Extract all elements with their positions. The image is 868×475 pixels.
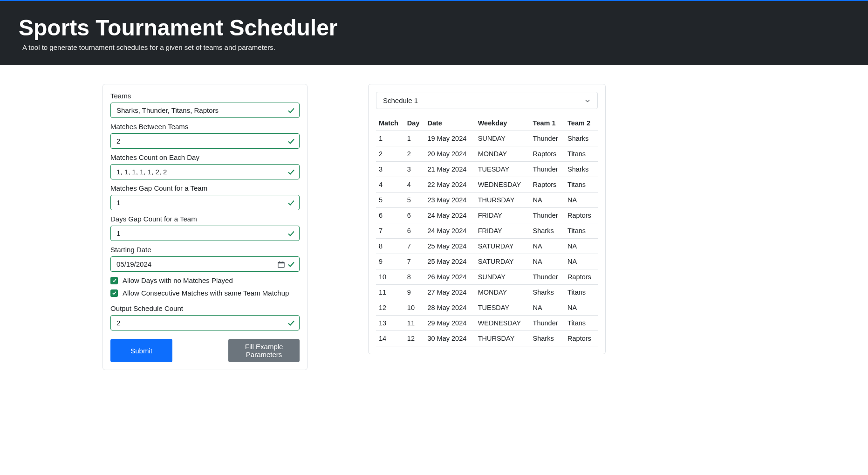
cell-weekday: MONDAY	[475, 285, 530, 300]
cell-date: 28 May 2024	[424, 300, 475, 316]
output-count-label: Output Schedule Count	[110, 304, 300, 312]
cell-team2: Titans	[565, 316, 598, 331]
schedule-panel: Schedule 1 Match Day Date Weekday Team 1…	[368, 84, 606, 354]
table-row: 121028 May 2024TUESDAYNANA	[376, 300, 598, 316]
allow-no-matches-label: Allow Days with no Matches Played	[123, 276, 233, 284]
cell-match: 5	[376, 193, 404, 208]
table-row: 9725 May 2024SATURDAYNANA	[376, 254, 598, 269]
cell-team2: NA	[565, 193, 598, 208]
schedule-table: Match Day Date Weekday Team 1 Team 2 111…	[376, 116, 598, 346]
page-title: Sports Tournament Scheduler	[19, 15, 849, 41]
cell-match: 9	[376, 254, 404, 269]
cell-weekday: SATURDAY	[475, 254, 530, 269]
cell-day: 5	[404, 193, 425, 208]
cell-day: 12	[404, 331, 425, 346]
col-day: Day	[404, 116, 425, 131]
cell-date: 21 May 2024	[424, 162, 475, 177]
cell-date: 30 May 2024	[424, 331, 475, 346]
cell-team1: Thunder	[530, 208, 565, 223]
matches-between-input[interactable]	[110, 133, 300, 149]
cell-team1: Thunder	[530, 269, 565, 285]
cell-weekday: THURSDAY	[475, 193, 530, 208]
table-row: 3321 May 2024TUESDAYThunderSharks	[376, 162, 598, 177]
cell-match: 14	[376, 331, 404, 346]
cell-day: 6	[404, 223, 425, 239]
matches-count-input[interactable]	[110, 164, 300, 179]
parameters-form: Teams Matches Between Teams Matches Coun…	[103, 84, 308, 370]
cell-team1: Thunder	[530, 316, 565, 331]
teams-input[interactable]	[110, 103, 300, 118]
cell-team1: NA	[530, 239, 565, 254]
allow-consecutive-label: Allow Consecutive Matches with same Team…	[123, 289, 289, 297]
cell-day: 1	[404, 131, 425, 146]
cell-match: 1	[376, 131, 404, 146]
matches-count-label: Matches Count on Each Day	[110, 153, 300, 161]
cell-day: 9	[404, 285, 425, 300]
table-row: 11927 May 2024MONDAYSharksTitans	[376, 285, 598, 300]
cell-day: 3	[404, 162, 425, 177]
cell-date: 25 May 2024	[424, 254, 475, 269]
cell-team2: Titans	[565, 223, 598, 239]
cell-day: 6	[404, 208, 425, 223]
matches-gap-input[interactable]	[110, 195, 300, 210]
submit-button[interactable]: Submit	[110, 339, 172, 362]
cell-date: 23 May 2024	[424, 193, 475, 208]
allow-consecutive-checkbox[interactable]	[110, 289, 118, 297]
cell-date: 26 May 2024	[424, 269, 475, 285]
page-subtitle: A tool to generate tournament schedules …	[22, 43, 849, 51]
cell-match: 7	[376, 223, 404, 239]
cell-match: 10	[376, 269, 404, 285]
table-row: 131129 May 2024WEDNESDAYThunderTitans	[376, 316, 598, 331]
cell-team1: Sharks	[530, 285, 565, 300]
cell-team2: Raptors	[565, 331, 598, 346]
cell-day: 8	[404, 269, 425, 285]
cell-day: 7	[404, 254, 425, 269]
cell-team1: Sharks	[530, 223, 565, 239]
cell-date: 27 May 2024	[424, 285, 475, 300]
days-gap-label: Days Gap Count for a Team	[110, 215, 300, 223]
cell-match: 8	[376, 239, 404, 254]
cell-weekday: FRIDAY	[475, 223, 530, 239]
col-date: Date	[424, 116, 475, 131]
table-row: 10826 May 2024SUNDAYThunderRaptors	[376, 269, 598, 285]
table-row: 7624 May 2024FRIDAYSharksTitans	[376, 223, 598, 239]
table-row: 5523 May 2024THURSDAYNANA	[376, 193, 598, 208]
output-count-input[interactable]	[110, 315, 300, 330]
allow-no-matches-checkbox[interactable]	[110, 277, 118, 284]
schedule-select[interactable]: Schedule 1	[376, 92, 598, 109]
cell-weekday: THURSDAY	[475, 331, 530, 346]
cell-match: 13	[376, 316, 404, 331]
col-match: Match	[376, 116, 404, 131]
cell-date: 22 May 2024	[424, 177, 475, 193]
schedule-table-scroll[interactable]: Match Day Date Weekday Team 1 Team 2 111…	[376, 116, 598, 346]
cell-team2: Titans	[565, 285, 598, 300]
teams-label: Teams	[110, 92, 300, 100]
cell-team1: NA	[530, 254, 565, 269]
cell-match: 12	[376, 300, 404, 316]
cell-team1: Raptors	[530, 177, 565, 193]
cell-team1: Sharks	[530, 331, 565, 346]
fill-example-button[interactable]: Fill Example Parameters	[228, 339, 300, 362]
cell-day: 4	[404, 177, 425, 193]
cell-date: 29 May 2024	[424, 316, 475, 331]
starting-date-input[interactable]	[110, 256, 300, 272]
col-team1: Team 1	[530, 116, 565, 131]
table-row: 4422 May 2024WEDNESDAYRaptorsTitans	[376, 177, 598, 193]
col-weekday: Weekday	[475, 116, 530, 131]
cell-weekday: SUNDAY	[475, 269, 530, 285]
matches-gap-label: Matches Gap Count for a Team	[110, 184, 300, 192]
cell-match: 2	[376, 146, 404, 162]
schedule-select-label: Schedule 1	[383, 96, 418, 104]
cell-team2: Sharks	[565, 131, 598, 146]
cell-team1: Raptors	[530, 146, 565, 162]
cell-match: 11	[376, 285, 404, 300]
cell-date: 24 May 2024	[424, 208, 475, 223]
days-gap-input[interactable]	[110, 226, 300, 241]
cell-team1: NA	[530, 193, 565, 208]
cell-weekday: WEDNESDAY	[475, 177, 530, 193]
cell-team2: Sharks	[565, 162, 598, 177]
table-row: 141230 May 2024THURSDAYSharksRaptors	[376, 331, 598, 346]
cell-team2: NA	[565, 254, 598, 269]
cell-weekday: WEDNESDAY	[475, 316, 530, 331]
starting-date-label: Starting Date	[110, 246, 300, 254]
